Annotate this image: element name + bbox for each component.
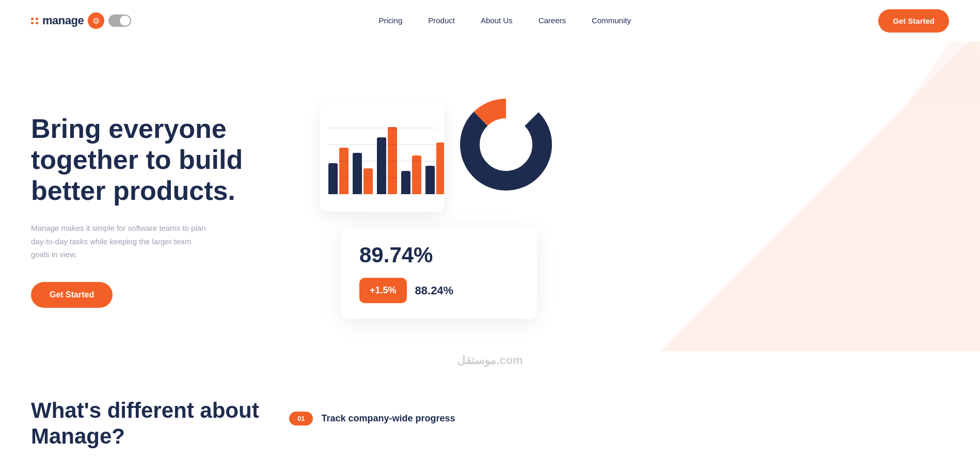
stats-main-value: 89.74% — [359, 243, 518, 268]
logo-dots-icon — [31, 18, 38, 24]
stats-secondary-value: 88.24% — [415, 284, 454, 297]
bottom-title: What's different about Manage? — [31, 398, 289, 450]
nav-item-community[interactable]: Community — [592, 16, 631, 25]
bottom-title-line1: What's different about — [31, 398, 259, 422]
bottom-right-content: 01 Track company-wide progress — [289, 387, 949, 450]
nav-item-careers[interactable]: Careers — [539, 16, 566, 25]
hero-content: Bring everyone together to build better … — [31, 72, 289, 308]
hero-cta-button[interactable]: Get Started — [31, 282, 113, 308]
track-badge: 01 — [289, 412, 313, 426]
donut-chart-svg — [457, 96, 555, 194]
hero-visuals: 89.74% +1.5% 88.24% — [289, 62, 949, 351]
track-progress-label: Track company-wide progress — [321, 413, 455, 424]
gear-icon: ⚙ — [88, 12, 104, 29]
stats-row: +1.5% 88.24% — [359, 278, 518, 303]
nav-item-pricing[interactable]: Pricing — [378, 16, 402, 25]
nav-links: Pricing Product About Us Careers Communi… — [378, 16, 630, 25]
bottom-left-content: What's different about Manage? — [31, 387, 289, 450]
donut-chart-card — [454, 93, 558, 196]
nav-item-product[interactable]: Product — [428, 16, 455, 25]
logo-text: manage — [42, 14, 84, 27]
bar-orange — [436, 143, 444, 194]
track-number: 01 — [297, 415, 305, 422]
navbar: manage ⚙ Pricing Product About Us Career… — [0, 0, 980, 41]
nav-cta-button[interactable]: Get Started — [878, 9, 949, 33]
hero-title: Bring everyone together to build better … — [31, 114, 289, 206]
chart-grid-lines — [328, 112, 437, 194]
theme-toggle[interactable] — [108, 14, 131, 27]
hero-section: Bring everyone together to build better … — [0, 41, 980, 372]
bottom-section: What's different about Manage? 01 Track … — [0, 387, 980, 450]
stats-badge: +1.5% — [359, 278, 407, 303]
nav-item-about[interactable]: About Us — [481, 16, 513, 25]
logo[interactable]: manage ⚙ — [31, 12, 131, 29]
stats-card: 89.74% +1.5% 88.24% — [341, 227, 537, 319]
hero-subtitle: Manage makes it simple for software team… — [31, 222, 207, 261]
bar-chart-card — [320, 103, 444, 212]
toggle-circle — [120, 15, 130, 26]
bottom-title-line2: Manage? — [31, 424, 125, 448]
svg-point-6 — [481, 120, 531, 169]
